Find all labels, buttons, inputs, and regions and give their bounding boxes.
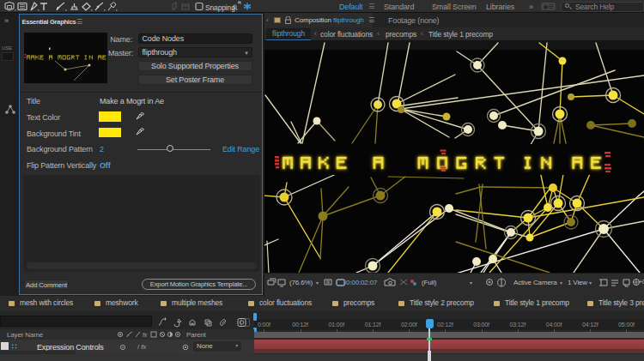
svg-text:fx: fx (143, 332, 148, 338)
